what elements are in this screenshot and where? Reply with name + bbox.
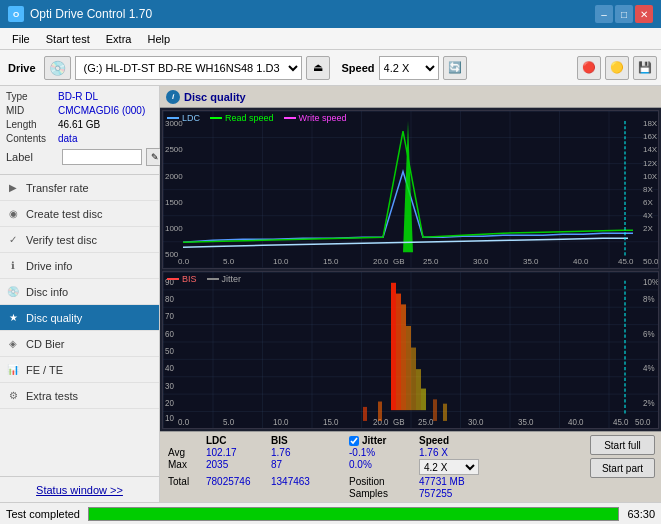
svg-rect-69	[443, 403, 447, 420]
svg-text:40.0: 40.0	[573, 257, 589, 266]
nav-items: ▶ Transfer rate ◉ Create test disc ✓ Ver…	[0, 175, 159, 476]
button2[interactable]: 🟡	[605, 56, 629, 80]
nav-cd-bier[interactable]: ◈ CD Bier	[0, 331, 159, 357]
upper-chart-svg: 3000 2500 2000 1500 1000 500 18X 16X 14X…	[163, 111, 658, 268]
drive-info-icon: ℹ	[6, 259, 20, 273]
drive-icon-btn[interactable]: 💿	[44, 56, 71, 80]
dq-title: Disc quality	[184, 91, 246, 103]
menu-extra[interactable]: Extra	[98, 31, 140, 47]
blank4	[331, 476, 349, 487]
create-test-disc-icon: ◉	[6, 207, 20, 221]
start-part-button[interactable]: Start part	[590, 458, 655, 478]
status-text: Test completed	[6, 508, 80, 520]
blank8	[331, 488, 349, 499]
sidebar: Type BD-R DL MID CMCMAGDI6 (000) Length …	[0, 86, 160, 502]
title-bar: O Opti Drive Control 1.70 – □ ✕	[0, 0, 661, 28]
blank5	[168, 488, 206, 499]
verify-test-disc-icon: ✓	[6, 233, 20, 247]
nav-drive-info[interactable]: ℹ Drive info	[0, 253, 159, 279]
fe-te-icon: 📊	[6, 363, 20, 377]
save-button[interactable]: 💾	[633, 56, 657, 80]
samples-label: Samples	[349, 488, 419, 499]
blank3	[331, 459, 349, 475]
disc-mid-value: CMCMAGDI6 (000)	[58, 104, 145, 118]
maximize-button[interactable]: □	[615, 5, 633, 23]
jitter-checkbox[interactable]	[349, 436, 359, 446]
disc-length-label: Length	[6, 118, 58, 132]
disc-quality-icon: ★	[6, 311, 20, 325]
svg-text:5.0: 5.0	[223, 416, 234, 426]
drive-select[interactable]: (G:) HL-DT-ST BD-RE WH16NS48 1.D3	[75, 56, 302, 80]
eject-button[interactable]: ⏏	[306, 56, 330, 80]
speed-select[interactable]: 4.2 X	[379, 56, 439, 80]
jitter-check-row: Jitter	[349, 435, 419, 446]
max-label: Max	[168, 459, 206, 475]
nav-fe-te[interactable]: 📊 FE / TE	[0, 357, 159, 383]
svg-text:20: 20	[165, 397, 174, 407]
nav-create-test-disc[interactable]: ◉ Create test disc	[0, 201, 159, 227]
svg-text:10%: 10%	[643, 276, 658, 286]
nav-disc-quality[interactable]: ★ Disc quality	[0, 305, 159, 331]
svg-rect-67	[378, 401, 382, 420]
svg-text:30.0: 30.0	[473, 257, 489, 266]
svg-text:10.0: 10.0	[273, 257, 289, 266]
nav-verify-test-disc[interactable]: ✓ Verify test disc	[0, 227, 159, 253]
nav-transfer-rate[interactable]: ▶ Transfer rate	[0, 175, 159, 201]
avg-label: Avg	[168, 447, 206, 458]
svg-text:GB: GB	[393, 257, 405, 266]
svg-text:50.0: 50.0	[643, 257, 658, 266]
cd-bier-icon: ◈	[6, 337, 20, 351]
nav-disc-info[interactable]: 💿 Disc info	[0, 279, 159, 305]
max-speed-select-wrap: 4.2 X	[419, 459, 489, 475]
svg-text:12X: 12X	[643, 158, 658, 167]
disc-panel: Type BD-R DL MID CMCMAGDI6 (000) Length …	[0, 86, 159, 175]
svg-text:16X: 16X	[643, 132, 658, 141]
nav-drive-info-label: Drive info	[26, 260, 72, 272]
avg-speed: 1.76 X	[419, 447, 489, 458]
svg-text:15.0: 15.0	[323, 416, 339, 426]
progress-bar	[88, 507, 619, 521]
svg-text:35.0: 35.0	[518, 416, 534, 426]
refresh-button[interactable]: 🔄	[443, 56, 467, 80]
start-full-button[interactable]: Start full	[590, 435, 655, 455]
menu-start-test[interactable]: Start test	[38, 31, 98, 47]
nav-extra-tests[interactable]: ⚙ Extra tests	[0, 383, 159, 409]
max-speed-select[interactable]: 4.2 X	[419, 459, 479, 475]
menu-file[interactable]: File	[4, 31, 38, 47]
svg-rect-68	[433, 399, 437, 421]
status-window-btn[interactable]: Status window >>	[0, 476, 159, 502]
lower-chart-svg: 90 80 70 60 50 40 30 20 10 10% 8% 6% 4% …	[163, 272, 658, 429]
svg-text:50.0: 50.0	[635, 416, 651, 426]
nav-verify-test-disc-label: Verify test disc	[26, 234, 97, 246]
svg-text:10: 10	[165, 412, 174, 422]
stats-bar: LDC BIS Jitter Speed Avg 102.17 1.76	[160, 431, 661, 502]
svg-text:45.0: 45.0	[613, 416, 629, 426]
charts-area: LDC Read speed Write speed 3000 250	[160, 108, 661, 431]
max-bis: 87	[271, 459, 331, 475]
dq-icon: i	[166, 90, 180, 104]
nav-cd-bier-label: CD Bier	[26, 338, 65, 350]
svg-text:6%: 6%	[643, 328, 655, 338]
jitter-header-label: Jitter	[362, 435, 386, 446]
legend-bis: BIS	[182, 274, 197, 284]
dq-header: i Disc quality	[160, 86, 661, 108]
menu-help[interactable]: Help	[139, 31, 178, 47]
button1[interactable]: 🔴	[577, 56, 601, 80]
avg-bis: 1.76	[271, 447, 331, 458]
svg-text:20.0: 20.0	[373, 257, 389, 266]
status-bar: Test completed 63:30	[0, 502, 661, 524]
nav-transfer-rate-label: Transfer rate	[26, 182, 89, 194]
disc-contents-value: data	[58, 132, 77, 146]
total-label: Total	[168, 476, 206, 487]
svg-text:50: 50	[165, 345, 174, 355]
disc-label-label: Label	[6, 151, 58, 163]
close-button[interactable]: ✕	[635, 5, 653, 23]
avg-jitter: -0.1%	[349, 447, 419, 458]
transfer-rate-icon: ▶	[6, 181, 20, 195]
label-input[interactable]	[62, 149, 142, 165]
col-speed-header: Speed	[419, 435, 489, 446]
svg-text:80: 80	[165, 293, 174, 303]
svg-text:8X: 8X	[643, 185, 653, 194]
samples-value: 757255	[419, 488, 489, 499]
minimize-button[interactable]: –	[595, 5, 613, 23]
